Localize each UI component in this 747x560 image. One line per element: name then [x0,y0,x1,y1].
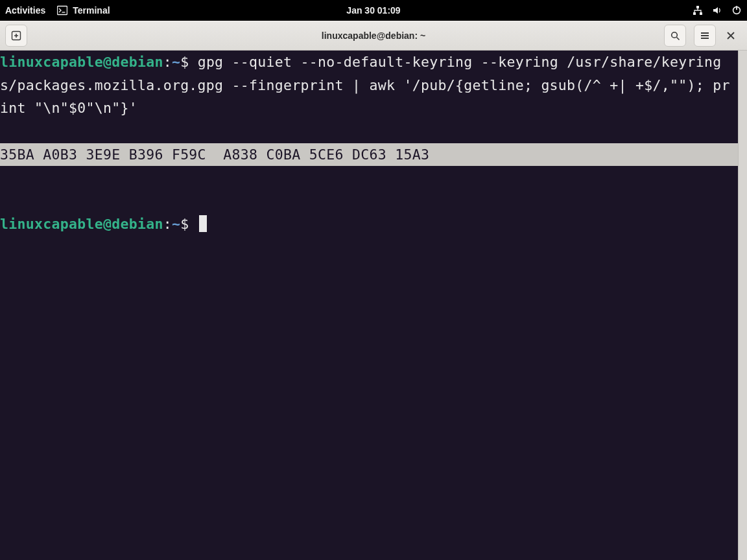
svg-rect-5 [736,6,737,10]
svg-rect-1 [696,6,699,8]
network-icon [693,5,703,16]
terminal-scrollbar[interactable] [738,51,747,560]
terminal-cursor [199,215,207,232]
prompt-user: linuxcapable@debian [0,216,163,232]
volume-icon [712,5,722,16]
svg-rect-0 [58,6,67,15]
new-tab-button[interactable] [5,25,27,47]
search-button[interactable] [664,25,686,47]
active-app-indicator[interactable]: Terminal [57,5,110,16]
hamburger-icon [700,30,710,41]
power-icon [731,5,742,16]
close-icon [726,31,735,40]
activities-button[interactable]: Activities [5,5,45,16]
prompt-separator: : [163,54,172,70]
clock[interactable]: Jan 30 01:09 [346,5,400,16]
terminal-output[interactable]: linuxcapable@debian:~$ gpg --quiet --no-… [0,51,738,560]
prompt-user: linuxcapable@debian [0,54,163,70]
status-area[interactable] [693,5,742,16]
svg-rect-2 [693,12,696,15]
gnome-top-panel: Activities Terminal Jan 30 01:09 [0,0,747,21]
new-tab-icon [11,30,21,41]
hamburger-menu-button[interactable] [694,25,716,47]
active-app-name: Terminal [73,5,110,16]
output-fingerprint-highlighted: 35BA A0B3 3E9E B396 F59C A838 C0BA 5CE6 … [0,143,738,167]
svg-rect-3 [700,12,702,15]
prompt-symbol: $ [180,54,189,70]
terminal-headerbar: linuxcapable@debian: ~ [0,21,747,51]
prompt-path: ~ [172,216,180,232]
search-icon [670,30,680,41]
terminal-app-icon [57,5,67,16]
close-window-button[interactable] [720,25,742,47]
prompt-symbol: $ [180,216,189,232]
svg-point-7 [672,32,678,38]
window-title: linuxcapable@debian: ~ [322,30,425,41]
prompt-path: ~ [172,54,180,70]
prompt-separator: : [163,216,172,232]
